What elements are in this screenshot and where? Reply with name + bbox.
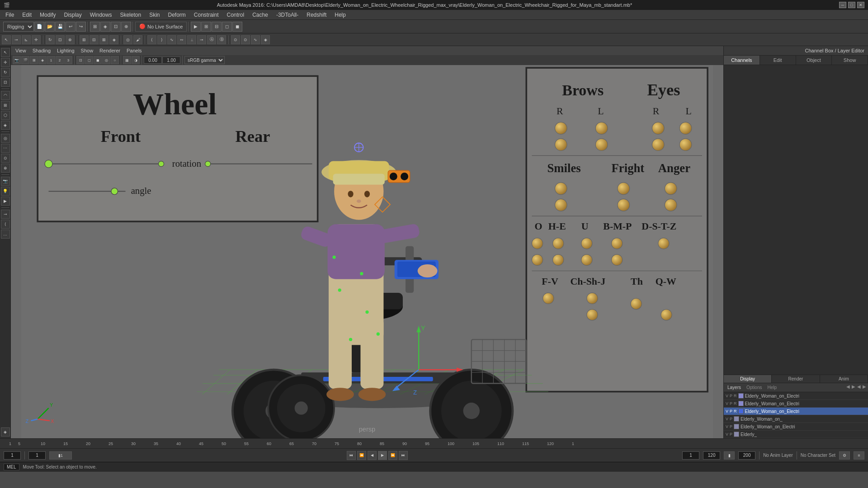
menu-redshift[interactable]: Redshift <box>303 11 330 19</box>
tb-snap4[interactable]: ⊕ <box>121 22 131 32</box>
vp-shading[interactable]: Shading <box>30 47 53 54</box>
goto-end-btn[interactable]: ⏭ <box>399 451 408 460</box>
tb2-rig3[interactable]: ∿ <box>167 35 176 44</box>
layer-row-1[interactable]: V P R Elderly_Woman_on_Electri <box>724 392 868 400</box>
vpt-poly3[interactable]: 3 <box>64 56 72 64</box>
frame-display-field[interactable] <box>28 451 46 460</box>
step-forward-btn[interactable]: ⏩ <box>388 451 397 460</box>
range-end-field[interactable] <box>738 451 755 460</box>
menu-edit[interactable]: Edit <box>19 11 35 19</box>
lt-ik[interactable]: ⋯ <box>1 144 10 153</box>
layer-nav-2[interactable]: ▶ <box>863 384 866 391</box>
vp-show[interactable]: Show <box>78 47 96 54</box>
play-back-btn[interactable]: ◀ <box>368 451 377 460</box>
tb-open[interactable]: 📂 <box>45 22 55 32</box>
lt-camera[interactable]: 📷 <box>1 177 10 186</box>
tb2-rig6[interactable]: ⊸ <box>197 35 206 44</box>
menu-3dtoall[interactable]: -3DToAll- <box>273 11 302 19</box>
menu-skeleton[interactable]: Skeleton <box>116 11 145 19</box>
menu-skin[interactable]: Skin <box>146 11 163 19</box>
vpt-film[interactable]: 🎬 <box>21 56 29 64</box>
tb-redo[interactable]: ↪ <box>76 22 86 32</box>
paint-tool[interactable]: ⊾ <box>22 35 31 44</box>
tb-render3[interactable]: ⊟ <box>212 22 222 32</box>
menu-help[interactable]: Help <box>331 11 349 19</box>
vpt-light1[interactable]: ◎ <box>102 56 110 64</box>
close-button[interactable]: ✕ <box>857 2 864 8</box>
tb2-anim[interactable]: Ⓐ <box>207 35 216 44</box>
step-back-btn[interactable]: ⏪ <box>357 451 366 460</box>
vp-view[interactable]: View <box>13 47 29 54</box>
script-mode[interactable]: MEL <box>4 464 19 470</box>
goto-start-btn[interactable]: ⏮ <box>347 451 356 460</box>
vpt-gamma-dropdown[interactable]: sRGB gamma <box>184 56 225 64</box>
anim-extra-btn[interactable]: ≡ <box>854 451 864 460</box>
transform-tool[interactable]: ⊕ <box>66 35 75 44</box>
lt-surface[interactable]: ⊞ <box>1 101 10 110</box>
tb-snap3[interactable]: ⊡ <box>111 22 121 32</box>
tb2-rig5[interactable]: ⟂ <box>187 35 196 44</box>
tb2-misc4[interactable]: ◈ <box>261 35 270 44</box>
mode-dropdown[interactable]: Rigging <box>3 22 34 32</box>
frame-end-marker[interactable]: ▮ <box>724 451 735 460</box>
vpt-poly2[interactable]: 2 <box>56 56 64 64</box>
lt-light[interactable]: 💡 <box>1 187 10 196</box>
vpt-grid[interactable]: ⊞ <box>30 56 38 64</box>
vp-renderer[interactable]: Renderer <box>97 47 123 54</box>
lt-bottom-btn[interactable]: ◈ <box>1 427 10 436</box>
vpt-wire[interactable]: ⊡ <box>76 56 85 64</box>
options-subtab[interactable]: Options <box>745 384 764 391</box>
vpt-light2[interactable]: ○ <box>111 56 119 64</box>
layer-row-4[interactable]: V P Elderly_Woman_on_ <box>724 415 868 423</box>
tb-snap1[interactable]: ⊞ <box>90 22 100 32</box>
tb-undo[interactable]: ↩ <box>66 22 75 32</box>
vpt-shadow[interactable]: ▦ <box>123 56 131 64</box>
vp-panels[interactable]: Panels <box>124 47 145 54</box>
tb2-rig2[interactable]: ⟩ <box>157 35 166 44</box>
tb2-anim2[interactable]: Ⓑ <box>217 35 226 44</box>
tb-render2[interactable]: ⊞ <box>201 22 211 32</box>
tb2-paint[interactable]: 🖌 <box>133 35 142 44</box>
help-subtab[interactable]: Help <box>765 384 778 391</box>
maximize-button[interactable]: □ <box>848 2 855 8</box>
lt-joint[interactable]: ◎ <box>1 134 10 143</box>
tb-render5[interactable]: ◼ <box>232 22 242 32</box>
tb-snap2[interactable]: ◈ <box>100 22 110 32</box>
lt-constraint[interactable]: ⊸ <box>1 210 10 219</box>
tb2-misc2[interactable]: ⊙ <box>241 35 250 44</box>
layer-row-5[interactable]: V P Elderly_Woman_on_Electri <box>724 423 868 431</box>
vpt-value1[interactable] <box>144 56 162 64</box>
vpt-ao[interactable]: ◑ <box>132 56 140 64</box>
tb2-op3[interactable]: ⊠ <box>99 35 108 44</box>
vpt-poly1[interactable]: 1 <box>47 56 55 64</box>
lt-anim[interactable]: ⟨ <box>1 220 10 229</box>
vpt-obj[interactable]: ◈ <box>38 56 47 64</box>
vpt-cam[interactable]: 📷 <box>13 56 21 64</box>
tb2-misc1[interactable]: ⊙ <box>231 35 240 44</box>
current-frame-field[interactable] <box>4 451 21 460</box>
range-start-field[interactable] <box>682 451 699 460</box>
lt-deform[interactable]: ⊕ <box>1 164 10 173</box>
layer-scroll-left[interactable]: ◀ <box>846 384 850 391</box>
layer-row-2[interactable]: V P R Elderly_Woman_on_Electri <box>724 400 868 408</box>
tb2-rig4[interactable]: ∾ <box>177 35 186 44</box>
tb-render1[interactable]: ▶ <box>191 22 201 32</box>
lt-subdiv[interactable]: ◈ <box>1 121 10 130</box>
tb-render4[interactable]: ◻ <box>222 22 232 32</box>
menu-display[interactable]: Display <box>60 11 85 19</box>
tab-edit[interactable]: Edit <box>760 56 796 65</box>
tb2-op1[interactable]: ⊞ <box>80 35 89 44</box>
tb2-op2[interactable]: ⊟ <box>90 35 99 44</box>
menu-modify[interactable]: Modify <box>36 11 59 19</box>
play-forward-btn[interactable]: ▶ <box>378 451 387 460</box>
frame-end-field[interactable] <box>703 451 720 460</box>
move-tool[interactable]: ✛ <box>32 35 41 44</box>
soft-select-btn[interactable]: ◎ <box>123 35 132 44</box>
vpt-smooth[interactable]: ◻ <box>85 56 93 64</box>
layer-row-3[interactable]: V P R Elderly_Woman_on_Electri <box>724 408 868 415</box>
tab-show[interactable]: Show <box>832 56 868 65</box>
rp-tab-render[interactable]: Render <box>772 375 820 383</box>
layer-row-6[interactable]: V P Elderly_ <box>724 431 868 438</box>
viewport[interactable]: View Shading Lighting Show Renderer Pane… <box>11 46 723 438</box>
tb-new[interactable]: 📄 <box>34 22 44 32</box>
